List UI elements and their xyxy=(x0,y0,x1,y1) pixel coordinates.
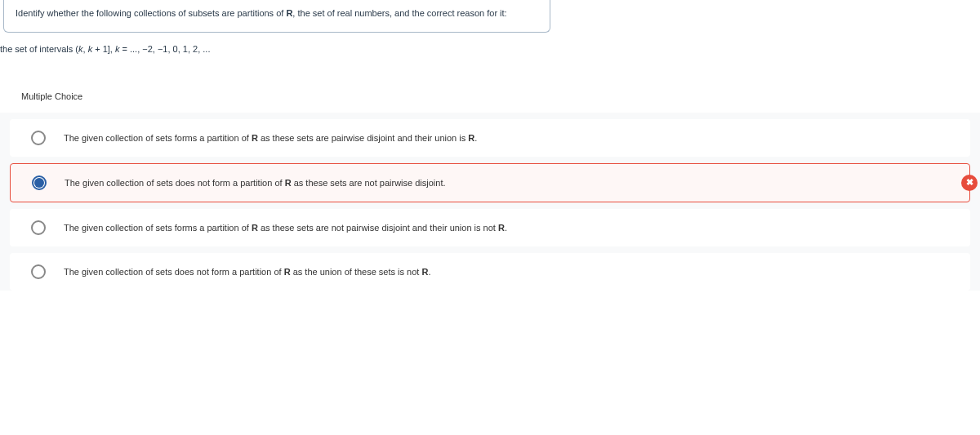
option-1[interactable]: The given collection of sets forms a par… xyxy=(10,119,970,157)
options-list: The given collection of sets forms a par… xyxy=(0,119,980,291)
question-text: Identify whether the following collectio… xyxy=(16,8,507,18)
option-2-selected-wrong[interactable]: The given collection of sets does not fo… xyxy=(10,163,970,202)
option-3[interactable]: The given collection of sets forms a par… xyxy=(10,209,970,246)
option-text: The given collection of sets forms a par… xyxy=(64,133,477,143)
radio-icon-filled[interactable] xyxy=(32,175,47,190)
option-text: The given collection of sets forms a par… xyxy=(64,223,507,233)
question-subtext: the set of intervals (k, k + 1], k = ...… xyxy=(0,44,980,54)
wrong-icon: ✖ xyxy=(961,175,978,191)
radio-icon[interactable] xyxy=(31,131,46,145)
question-prompt-box: Identify whether the following collectio… xyxy=(3,0,550,33)
option-text: The given collection of sets does not fo… xyxy=(64,267,430,277)
radio-icon[interactable] xyxy=(31,264,46,279)
option-text: The given collection of sets does not fo… xyxy=(65,178,446,188)
radio-icon[interactable] xyxy=(31,220,46,235)
section-label: Multiple Choice xyxy=(0,80,980,113)
option-4[interactable]: The given collection of sets does not fo… xyxy=(10,253,970,291)
multiple-choice-section: Multiple Choice The given collection of … xyxy=(0,80,980,291)
